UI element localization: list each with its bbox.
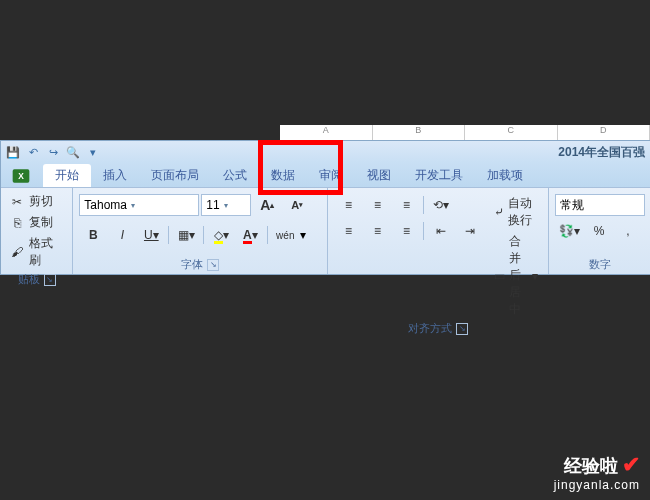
comma-button[interactable]: , xyxy=(614,220,642,242)
group-number: 常规 💱▾ % , 数字 xyxy=(549,188,650,274)
align-right-icon[interactable]: ≡ xyxy=(392,220,420,242)
quick-access-toolbar: 💾 ↶ ↪ 🔍 ▾ xyxy=(5,144,101,160)
brush-icon: 🖌 xyxy=(9,244,25,260)
align-center-icon[interactable]: ≡ xyxy=(363,220,391,242)
tab-formulas[interactable]: 公式 xyxy=(211,164,259,187)
group-alignment: ≡ ≡ ≡ ⟲▾ ≡ ≡ ≡ ⇤ ⇥ xyxy=(328,188,549,274)
increase-indent-icon[interactable]: ⇥ xyxy=(456,220,484,242)
save-icon[interactable]: 💾 xyxy=(5,144,21,160)
excel-window: 💾 ↶ ↪ 🔍 ▾ 2014年全国百强 X 开始 插入 页面布局 公式 数据 审… xyxy=(0,140,650,275)
bold-button[interactable]: B xyxy=(79,224,107,246)
svg-text:X: X xyxy=(18,171,24,181)
office-button[interactable]: X xyxy=(9,165,33,187)
group-label-clipboard: 贴板 ↘ xyxy=(7,270,66,289)
group-label-alignment: 对齐方式 ↘ xyxy=(334,319,542,338)
align-bottom-icon[interactable]: ≡ xyxy=(392,194,420,216)
format-painter-button[interactable]: 🖌 格式刷 xyxy=(7,234,66,270)
orientation-icon[interactable]: ⟲▾ xyxy=(427,194,455,216)
qat-more-icon[interactable]: ▾ xyxy=(85,144,101,160)
title-bar: 💾 ↶ ↪ 🔍 ▾ 2014年全国百强 xyxy=(1,141,650,163)
group-clipboard: ✂ 剪切 ⎘ 复制 🖌 格式刷 贴板 ↘ xyxy=(1,188,73,274)
currency-button[interactable]: 💱▾ xyxy=(555,220,584,242)
clipboard-dialog-launcher[interactable]: ↘ xyxy=(44,274,56,286)
window-title: 2014年全国百强 xyxy=(558,144,645,161)
ribbon-tabs: X 开始 插入 页面布局 公式 数据 审阅 视图 开发工具 加载项 xyxy=(1,163,650,187)
tab-addins[interactable]: 加载项 xyxy=(475,164,535,187)
wrap-text-button[interactable]: ⤶ 自动换行 xyxy=(490,194,542,230)
watermark: 经验啦✔ jingyanla.com xyxy=(554,452,640,492)
font-name-combo[interactable]: Tahoma▾ xyxy=(79,194,199,216)
check-icon: ✔ xyxy=(622,452,640,477)
cut-button[interactable]: ✂ 剪切 xyxy=(7,192,66,211)
ribbon: ✂ 剪切 ⎘ 复制 🖌 格式刷 贴板 ↘ xyxy=(1,187,650,274)
redo-icon[interactable]: ↪ xyxy=(45,144,61,160)
fill-color-button[interactable]: ◇▾ xyxy=(207,224,235,246)
print-preview-icon[interactable]: 🔍 xyxy=(65,144,81,160)
group-label-font: 字体 ↘ xyxy=(79,255,321,274)
decrease-indent-icon[interactable]: ⇤ xyxy=(427,220,455,242)
phonetic-button[interactable]: wén xyxy=(271,224,299,246)
increase-font-icon[interactable]: A▴ xyxy=(253,194,281,216)
tab-developer[interactable]: 开发工具 xyxy=(403,164,475,187)
tab-review[interactable]: 审阅 xyxy=(307,164,355,187)
undo-icon[interactable]: ↶ xyxy=(25,144,41,160)
italic-button[interactable]: I xyxy=(108,224,136,246)
font-dialog-launcher[interactable]: ↘ xyxy=(207,259,219,271)
group-font: Tahoma▾ 11▾ A▴ A▾ B I U▾ ▦▾ ◇▾ xyxy=(73,188,328,274)
tab-page-layout[interactable]: 页面布局 xyxy=(139,164,211,187)
merge-center-button[interactable]: ▭ 合并后居中▾ xyxy=(490,232,542,319)
tab-view[interactable]: 视图 xyxy=(355,164,403,187)
percent-button[interactable]: % xyxy=(585,220,613,242)
font-color-button[interactable]: A▾ xyxy=(236,224,264,246)
tab-insert[interactable]: 插入 xyxy=(91,164,139,187)
align-top-icon[interactable]: ≡ xyxy=(334,194,362,216)
bucket-icon: ◇ xyxy=(214,228,223,242)
scissors-icon: ✂ xyxy=(9,194,25,210)
align-left-icon[interactable]: ≡ xyxy=(334,220,362,242)
copy-button[interactable]: ⎘ 复制 xyxy=(7,213,66,232)
decrease-font-icon[interactable]: A▾ xyxy=(283,194,311,216)
spreadsheet-columns-bg: A B C D xyxy=(280,125,650,140)
underline-button[interactable]: U▾ xyxy=(137,224,165,246)
tab-home[interactable]: 开始 xyxy=(43,164,91,187)
align-middle-icon[interactable]: ≡ xyxy=(363,194,391,216)
border-button[interactable]: ▦▾ xyxy=(172,224,200,246)
font-size-combo[interactable]: 11▾ xyxy=(201,194,251,216)
copy-icon: ⎘ xyxy=(9,215,25,231)
wrap-icon: ⤶ xyxy=(494,205,504,219)
merge-icon: ▭ xyxy=(494,269,505,283)
number-format-combo[interactable]: 常规 xyxy=(555,194,645,216)
group-label-number: 数字 xyxy=(555,255,645,274)
tab-data[interactable]: 数据 xyxy=(259,164,307,187)
alignment-dialog-launcher[interactable]: ↘ xyxy=(456,323,468,335)
